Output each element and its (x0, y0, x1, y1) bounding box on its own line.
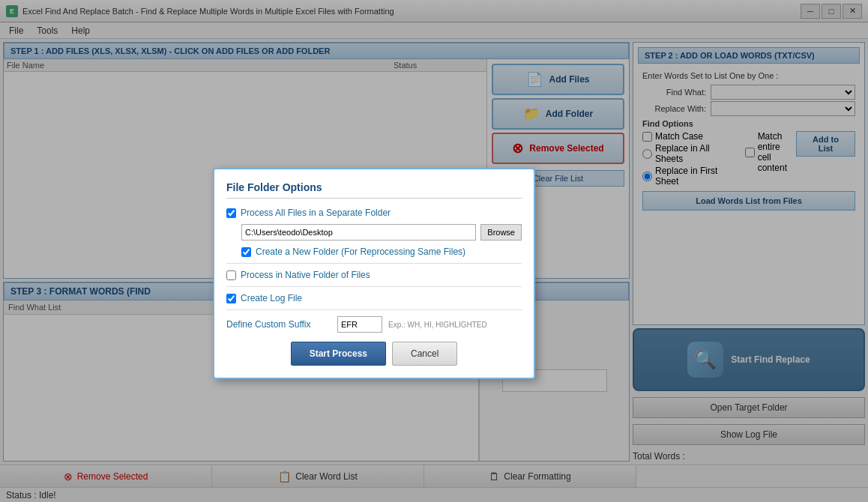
create-new-folder-label: Create a New Folder (For Reprocessing Sa… (256, 247, 465, 257)
create-new-folder-checkbox[interactable] (241, 247, 251, 257)
create-log-checkbox[interactable] (226, 294, 236, 303)
start-process-button[interactable]: Start Process (291, 342, 386, 366)
browse-button[interactable]: Browse (480, 224, 522, 241)
modal-title: File Folder Options (226, 181, 522, 199)
suffix-hint: Exp.: WH, HI, HIGHLIGHTED (388, 321, 487, 329)
modal-overlay: File Folder Options Process All Files in… (0, 0, 868, 502)
create-log-label: Create Log File (241, 293, 302, 303)
cancel-button[interactable]: Cancel (392, 342, 457, 366)
modal-dialog: File Folder Options Process All Files in… (213, 168, 535, 379)
process-native-label: Process in Native Folder of Files (241, 270, 370, 280)
define-suffix-label: Define Custom Suffix (226, 319, 331, 330)
process-all-files-label: Process All Files in a Separate Folder (241, 208, 391, 218)
process-native-checkbox[interactable] (226, 270, 236, 280)
process-all-files-checkbox[interactable] (226, 208, 236, 218)
suffix-input[interactable] (337, 316, 382, 333)
folder-path-input[interactable] (241, 224, 476, 241)
